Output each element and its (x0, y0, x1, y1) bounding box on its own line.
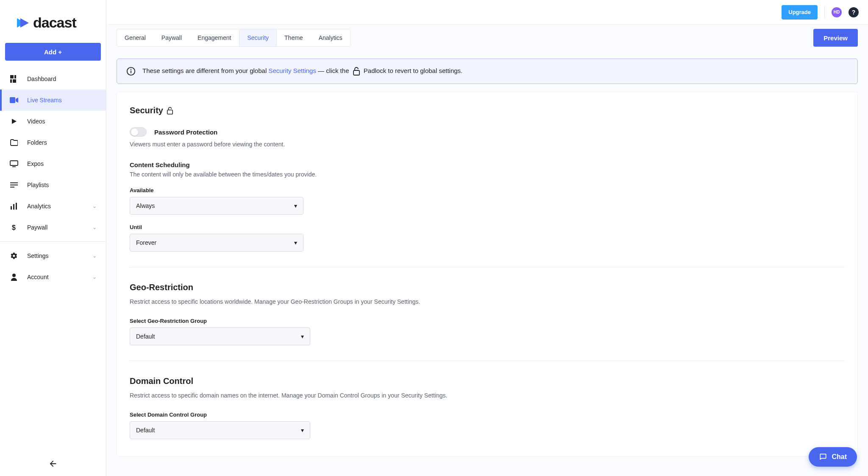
logo[interactable]: dacast (0, 0, 106, 43)
svg-rect-3 (13, 79, 16, 83)
sidebar-item-live-streams[interactable]: Live Streams (0, 90, 106, 111)
content-scheduling-desc: The content will only be available betwe… (130, 171, 845, 178)
geo-group-select[interactable]: Default ▾ (130, 328, 310, 345)
chat-label: Chat (832, 453, 847, 461)
content-scheduling-title: Content Scheduling (130, 161, 845, 168)
sidebar-item-label: Videos (27, 118, 45, 125)
caret-down-icon: ▾ (301, 333, 304, 340)
sidebar-item-label: Analytics (27, 203, 51, 210)
sidebar-item-account[interactable]: Account ⌄ (0, 266, 106, 288)
domain-group-value: Default (136, 427, 155, 434)
geo-group-label: Select Geo-Restriction Group (130, 318, 845, 324)
sidebar-item-label: Folders (27, 139, 47, 146)
password-protection-toggle[interactable] (130, 127, 147, 137)
sidebar-item-folders[interactable]: Folders (0, 132, 106, 153)
tab-analytics[interactable]: Analytics (311, 29, 351, 46)
sidebar-item-label: Live Streams (27, 97, 62, 104)
help-icon[interactable]: ? (849, 7, 859, 17)
caret-down-icon: ▾ (294, 202, 297, 209)
collapse-sidebar-button[interactable] (0, 459, 106, 468)
geo-restriction-section: Geo-Restriction Restrict access to speci… (130, 283, 845, 345)
content-scheduling-section: Content Scheduling The content will only… (130, 161, 845, 252)
domain-control-title: Domain Control (130, 376, 845, 386)
padlock-open-icon (167, 107, 173, 115)
banner-prefix: These settings are different from your g… (142, 67, 268, 74)
banner-mid: — click the (316, 67, 351, 74)
padlock-open-icon (353, 67, 360, 76)
play-icon (9, 118, 19, 125)
sidebar-item-dashboard[interactable]: Dashboard (0, 68, 106, 90)
person-icon (9, 273, 19, 281)
security-heading: Security (130, 106, 845, 115)
svg-text:$: $ (12, 224, 16, 231)
tab-general[interactable]: General (117, 29, 154, 46)
topbar: Upgrade HD ? (106, 0, 868, 25)
until-select[interactable]: Forever ▾ (130, 234, 303, 252)
caret-down-icon: ▾ (294, 239, 297, 246)
tab-paywall[interactable]: Paywall (154, 29, 190, 46)
info-icon (126, 67, 136, 76)
geo-group-value: Default (136, 333, 155, 340)
divider (130, 267, 845, 267)
svg-rect-5 (10, 161, 18, 165)
domain-group-label: Select Domain Control Group (130, 412, 845, 418)
dashboard-icon (9, 75, 19, 83)
svg-rect-19 (167, 110, 172, 114)
tabs: General Paywall Engagement Security Them… (117, 29, 351, 47)
tab-theme[interactable]: Theme (277, 29, 311, 46)
bar-chart-icon (9, 203, 19, 210)
security-heading-text: Security (130, 106, 163, 115)
video-camera-icon (9, 97, 19, 103)
sidebar-item-label: Dashboard (27, 76, 56, 82)
domain-control-section: Domain Control Restrict access to specif… (130, 376, 845, 439)
svg-point-17 (131, 69, 131, 70)
security-settings-link[interactable]: Security Settings (268, 67, 316, 74)
chevron-down-icon: ⌄ (92, 274, 97, 280)
until-label: Until (130, 224, 845, 230)
add-button[interactable]: Add + (5, 43, 101, 61)
sidebar-item-label: Expos (27, 160, 44, 167)
sidebar-item-analytics[interactable]: Analytics ⌄ (0, 196, 106, 217)
gear-icon (9, 252, 19, 260)
dollar-icon: $ (9, 224, 19, 231)
svg-rect-2 (10, 79, 12, 83)
svg-rect-18 (353, 70, 359, 75)
svg-rect-0 (10, 75, 14, 78)
banner-suffix: Padlock to revert to global settings. (364, 67, 462, 74)
geo-restriction-desc: Restrict access to specific locations wo… (130, 298, 845, 305)
domain-control-desc: Restrict access to specific domain names… (130, 392, 845, 399)
available-label: Available (130, 187, 845, 193)
svg-rect-1 (14, 75, 16, 78)
tab-engagement[interactable]: Engagement (190, 29, 239, 46)
sidebar-item-playlists[interactable]: Playlists (0, 174, 106, 196)
domain-group-select[interactable]: Default ▾ (130, 421, 310, 439)
svg-rect-10 (11, 206, 12, 210)
svg-rect-12 (16, 203, 17, 210)
password-protection-section: Password Protection Viewers must enter a… (130, 127, 845, 148)
preview-button[interactable]: Preview (813, 29, 858, 47)
available-select[interactable]: Always ▾ (130, 197, 303, 215)
chevron-down-icon: ⌄ (92, 224, 97, 230)
chat-button[interactable]: Chat (809, 447, 857, 467)
avatar[interactable]: HD (832, 7, 842, 17)
caret-down-icon: ▾ (301, 427, 304, 434)
sidebar-item-label: Account (27, 274, 49, 280)
password-protection-title: Password Protection (154, 129, 217, 136)
upgrade-button[interactable]: Upgrade (782, 5, 818, 20)
chat-icon (819, 453, 827, 461)
sidebar-item-paywall[interactable]: $ Paywall ⌄ (0, 217, 106, 238)
sidebar-item-settings[interactable]: Settings ⌄ (0, 245, 106, 266)
sidebar-item-videos[interactable]: Videos (0, 111, 106, 132)
monitor-icon (9, 160, 19, 167)
chevron-down-icon: ⌄ (92, 203, 97, 209)
brand-name: dacast (33, 14, 76, 31)
available-value: Always (136, 202, 155, 209)
playlist-icon (9, 182, 19, 188)
password-protection-desc: Viewers must enter a password before vie… (130, 141, 845, 148)
folder-icon (9, 139, 19, 146)
chevron-down-icon: ⌄ (92, 253, 97, 259)
tab-security[interactable]: Security (239, 29, 277, 46)
nav-divider (0, 241, 106, 242)
sidebar-item-expos[interactable]: Expos (0, 153, 106, 174)
geo-restriction-title: Geo-Restriction (130, 283, 845, 292)
